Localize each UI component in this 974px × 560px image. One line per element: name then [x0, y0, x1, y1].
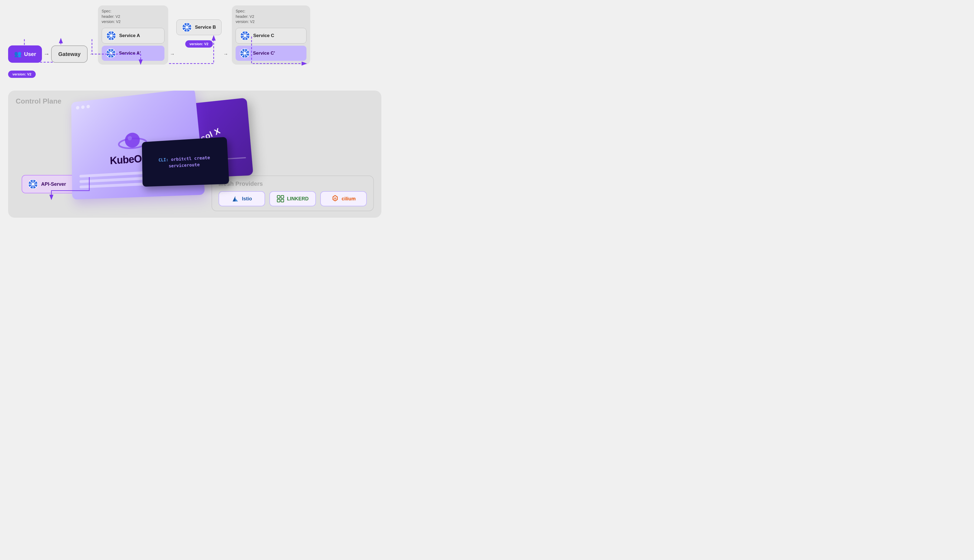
top-diagram: 👥 User version: V2 → Gateway → Spec: hea… — [8, 5, 381, 87]
dot-3 — [87, 105, 90, 108]
svg-point-1 — [110, 34, 113, 37]
user-icon: 👥 — [14, 50, 22, 58]
service-a-prime-label: Service A' — [119, 50, 141, 56]
service-b-wrap: Service B version: V2 — [176, 20, 222, 35]
spec-c-label: Spec: header: V2 version: V2 — [235, 8, 307, 25]
mesh-item-linkerd: LINKERD — [269, 191, 316, 206]
svg-point-11 — [110, 52, 112, 55]
spec-a-label: Spec: header: V2 version: V2 — [102, 8, 165, 25]
cilium-icon — [331, 195, 339, 203]
dot-2 — [81, 105, 85, 109]
istio-icon — [232, 195, 239, 203]
k8s-icon-b — [182, 22, 192, 32]
linkerd-label: LINKERD — [287, 196, 309, 202]
cilium-label: cilium — [342, 196, 356, 202]
version-badge-user: version: V2 — [8, 70, 36, 78]
kubeorbit-line-3 — [80, 183, 146, 188]
dot-1 — [76, 106, 79, 110]
api-server-label: API-Server — [41, 182, 66, 187]
k8s-icon-a — [106, 31, 116, 40]
svg-point-53 — [125, 132, 140, 148]
cli-command: orbitctl create serviceroute — [168, 155, 210, 168]
k8s-icon-c-prime — [240, 48, 250, 58]
svg-point-31 — [244, 34, 247, 37]
spec-box-c: Spec: header: V2 version: V2 — [232, 5, 310, 65]
service-c-label: Service C — [253, 33, 274, 38]
service-a-prime-node: Service A' — [102, 46, 165, 61]
service-c-prime-node: Service C' — [235, 46, 307, 61]
control-plane: Control Plane — [8, 91, 381, 218]
arrow-b-specc: → — [222, 52, 230, 57]
user-node: 👥 User version: V2 — [8, 45, 42, 63]
mesh-providers-label: Mesh Providers — [218, 180, 367, 187]
istio-label: Istio — [242, 196, 252, 202]
service-c-prime-label: Service C' — [253, 50, 275, 56]
mesh-item-istio: Istio — [218, 191, 265, 206]
kubeorbit-dots — [76, 105, 90, 110]
user-label: User — [24, 51, 36, 57]
svg-rect-69 — [277, 199, 280, 202]
linkerd-icon — [277, 195, 284, 203]
svg-point-21 — [185, 26, 188, 29]
cli-card: CLI: orbitctl create serviceroute — [142, 137, 229, 187]
cli-prefix: CLI: — [158, 157, 169, 163]
k8s-icon-c — [240, 31, 250, 40]
svg-marker-65 — [233, 196, 235, 202]
service-b-label: Service B — [195, 25, 216, 30]
service-c-node: Service C — [235, 28, 307, 43]
service-b-node: Service B — [176, 20, 222, 35]
svg-marker-72 — [334, 197, 336, 200]
spec-box-a: Spec: header: V2 version: V2 — [98, 5, 168, 65]
mesh-item-cilium: cilium — [320, 191, 367, 206]
service-a-label: Service A — [119, 33, 140, 38]
svg-point-41 — [244, 52, 246, 55]
svg-rect-70 — [281, 199, 284, 202]
gateway-node: Gateway — [51, 45, 87, 63]
svg-marker-66 — [235, 198, 238, 202]
arrow-gateway-speca: → — [88, 52, 96, 57]
service-a-node: Service A — [102, 28, 165, 43]
version-badge-b: version: V2 — [185, 40, 213, 48]
gateway-label: Gateway — [58, 51, 80, 57]
mesh-providers-box: Mesh Providers Istio — [212, 175, 374, 211]
svg-rect-68 — [281, 195, 284, 198]
k8s-icon-api — [28, 179, 38, 189]
cli-text: CLI: orbitctl create serviceroute — [147, 154, 223, 170]
svg-point-56 — [32, 183, 34, 185]
arrow-user-gateway: → — [42, 50, 51, 58]
arrow-speca-b: → — [168, 52, 176, 57]
mesh-items: Istio LINKERD — [218, 191, 367, 206]
svg-rect-67 — [277, 195, 280, 198]
k8s-icon-a-prime — [106, 48, 116, 58]
main-container: 👥 User version: V2 → Gateway → Spec: hea… — [0, 0, 390, 224]
